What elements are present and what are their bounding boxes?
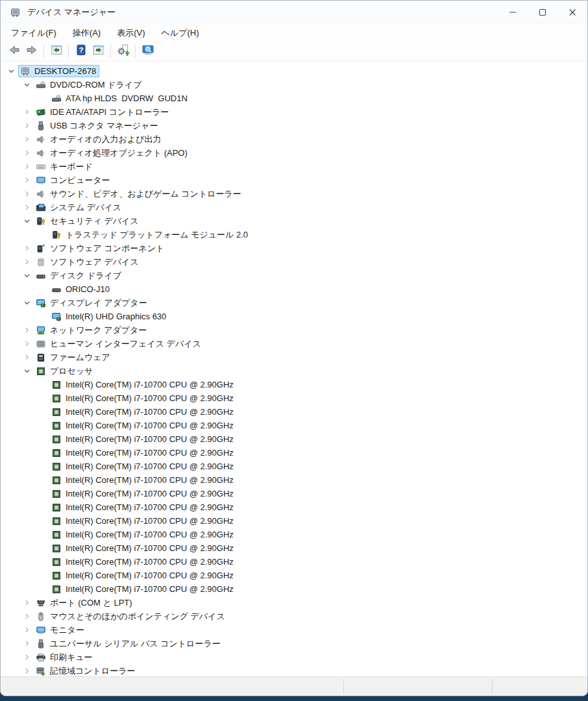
tree-row[interactable]: オーディオ処理オブジェクト (APO) bbox=[1, 146, 587, 160]
tree-row[interactable]: Intel(R) Core(TM) i7-10700 CPU @ 2.90GHz bbox=[1, 419, 587, 432]
chevron-right-icon[interactable] bbox=[20, 134, 34, 145]
tree-row[interactable]: ORICO-J10 bbox=[1, 282, 587, 296]
tree-node[interactable]: トラステッド プラットフォーム モジュール 2.0 bbox=[49, 228, 251, 241]
tree-row[interactable]: ユニバーサル シリアル バス コントローラー bbox=[1, 637, 587, 650]
scan-hardware-changes-button[interactable] bbox=[114, 43, 132, 60]
tree-node[interactable]: マウスとそのほかのポインティング デバイス bbox=[34, 610, 228, 622]
chevron-right-icon[interactable] bbox=[20, 257, 34, 267]
chevron-down-icon[interactable] bbox=[20, 271, 34, 281]
chevron-right-icon[interactable] bbox=[20, 598, 34, 608]
chevron-right-icon[interactable] bbox=[20, 162, 34, 172]
menu-view[interactable]: 表示(V) bbox=[110, 25, 151, 42]
chevron-right-icon[interactable] bbox=[20, 339, 34, 349]
back-button[interactable] bbox=[5, 43, 23, 60]
tree-node[interactable]: ネットワーク アダプター bbox=[34, 324, 150, 336]
chevron-right-icon[interactable] bbox=[20, 666, 34, 676]
tree-node[interactable]: Intel(R) Core(TM) i7-10700 CPU @ 2.90GHz bbox=[49, 474, 237, 486]
tree-row[interactable]: トラステッド プラットフォーム モジュール 2.0 bbox=[1, 228, 587, 241]
close-button[interactable] bbox=[557, 1, 587, 24]
tree-row[interactable]: DVD/CD-ROM ドライブ bbox=[1, 78, 587, 92]
chevron-right-icon[interactable] bbox=[20, 325, 34, 336]
tree-row[interactable]: ディスプレイ アダプター bbox=[1, 296, 587, 310]
tree-node[interactable]: 印刷キュー bbox=[34, 651, 96, 663]
tree-row[interactable]: Intel(R) UHD Graphics 630 bbox=[1, 310, 587, 323]
tree-row[interactable]: システム デバイス bbox=[1, 201, 587, 214]
tree-node[interactable]: IDE ATA/ATAPI コントローラー bbox=[34, 106, 172, 118]
show-console-tree-button[interactable] bbox=[47, 43, 65, 60]
tree-row[interactable]: Intel(R) Core(TM) i7-10700 CPU @ 2.90GHz bbox=[1, 487, 587, 500]
forward-button[interactable] bbox=[23, 43, 40, 60]
tree-row[interactable]: Intel(R) Core(TM) i7-10700 CPU @ 2.90GHz bbox=[1, 432, 587, 446]
tree-row[interactable]: Intel(R) Core(TM) i7-10700 CPU @ 2.90GHz bbox=[1, 473, 587, 487]
tree-node[interactable]: Intel(R) Core(TM) i7-10700 CPU @ 2.90GHz bbox=[49, 419, 237, 432]
chevron-right-icon[interactable] bbox=[20, 175, 34, 186]
selected-tree-node[interactable]: DESKTOP-2678 bbox=[18, 65, 99, 77]
tree-node[interactable]: Intel(R) Core(TM) i7-10700 CPU @ 2.90GHz bbox=[49, 556, 237, 568]
chevron-down-icon[interactable] bbox=[20, 80, 34, 90]
tree-node[interactable]: Intel(R) Core(TM) i7-10700 CPU @ 2.90GHz bbox=[49, 569, 237, 582]
tree-row[interactable]: ソフトウェア コンポーネント bbox=[1, 241, 587, 255]
tree-node[interactable]: ポート (COM と LPT) bbox=[34, 596, 136, 609]
menu-help[interactable]: ヘルプ(H) bbox=[155, 25, 206, 42]
tree-node[interactable]: ユニバーサル シリアル バス コントローラー bbox=[34, 637, 224, 650]
tree-node[interactable]: ソフトウェア コンポーネント bbox=[34, 242, 167, 254]
tree-row[interactable]: Intel(R) Core(TM) i7-10700 CPU @ 2.90GHz bbox=[1, 500, 587, 514]
help-button[interactable]: ? bbox=[72, 43, 90, 60]
tree-row[interactable]: DESKTOP-2678 bbox=[1, 64, 587, 78]
tree-row[interactable]: ファームウェア bbox=[1, 350, 587, 364]
tree-node[interactable]: Intel(R) Core(TM) i7-10700 CPU @ 2.90GHz bbox=[49, 515, 237, 527]
remote-computer-button[interactable] bbox=[139, 43, 156, 60]
chevron-right-icon[interactable] bbox=[20, 189, 34, 199]
tree-node[interactable]: Intel(R) Core(TM) i7-10700 CPU @ 2.90GHz bbox=[49, 392, 237, 404]
tree-row[interactable]: IDE ATA/ATAPI コントローラー bbox=[1, 105, 587, 119]
tree-node[interactable]: 記憶域コントローラー bbox=[34, 665, 139, 676]
chevron-right-icon[interactable] bbox=[20, 652, 34, 663]
tree-node[interactable]: Intel(R) Core(TM) i7-10700 CPU @ 2.90GHz bbox=[49, 433, 237, 445]
tree-row[interactable]: Intel(R) Core(TM) i7-10700 CPU @ 2.90GHz bbox=[1, 446, 587, 460]
tree-node[interactable]: Intel(R) Core(TM) i7-10700 CPU @ 2.90GHz bbox=[49, 528, 237, 541]
tree-row[interactable]: 印刷キュー bbox=[1, 650, 587, 664]
tree-node[interactable]: Intel(R) Core(TM) i7-10700 CPU @ 2.90GHz bbox=[49, 501, 237, 513]
chevron-right-icon[interactable] bbox=[20, 107, 34, 117]
tree-row[interactable]: サウンド、ビデオ、およびゲーム コントローラー bbox=[1, 187, 587, 201]
tree-row[interactable]: モニター bbox=[1, 623, 587, 637]
chevron-right-icon[interactable] bbox=[20, 203, 34, 213]
tree-node[interactable]: サウンド、ビデオ、およびゲーム コントローラー bbox=[34, 188, 245, 200]
tree-node[interactable]: プロセッサ bbox=[34, 365, 97, 377]
tree-row[interactable]: Intel(R) Core(TM) i7-10700 CPU @ 2.90GHz bbox=[1, 541, 587, 555]
tree-row[interactable]: ヒューマン インターフェイス デバイス bbox=[1, 337, 587, 350]
tree-node[interactable]: セキュリティ デバイス bbox=[34, 215, 142, 227]
tree-node[interactable]: Intel(R) Core(TM) i7-10700 CPU @ 2.90GHz bbox=[49, 542, 237, 554]
chevron-down-icon[interactable] bbox=[20, 298, 34, 308]
tree-node[interactable]: Intel(R) Core(TM) i7-10700 CPU @ 2.90GHz bbox=[49, 378, 237, 391]
tree-node[interactable]: Intel(R) UHD Graphics 630 bbox=[49, 310, 169, 323]
tree-row[interactable]: ソフトウェア デバイス bbox=[1, 255, 587, 269]
chevron-right-icon[interactable] bbox=[20, 121, 34, 131]
chevron-right-icon[interactable] bbox=[20, 243, 34, 254]
minimize-button[interactable] bbox=[498, 1, 528, 24]
tree-node[interactable]: ディスク ドライブ bbox=[34, 269, 125, 282]
tree-node[interactable]: ヒューマン インターフェイス デバイス bbox=[34, 338, 204, 350]
tree-node[interactable]: Intel(R) Core(TM) i7-10700 CPU @ 2.90GHz bbox=[49, 406, 237, 418]
tree-row[interactable]: Intel(R) Core(TM) i7-10700 CPU @ 2.90GHz bbox=[1, 569, 587, 582]
tree-node[interactable]: コンピューター bbox=[34, 174, 114, 186]
tree-row[interactable]: Intel(R) Core(TM) i7-10700 CPU @ 2.90GHz bbox=[1, 405, 587, 419]
tree-row[interactable]: Intel(R) Core(TM) i7-10700 CPU @ 2.90GHz bbox=[1, 555, 587, 569]
tree-node[interactable]: システム デバイス bbox=[34, 201, 125, 214]
tree-row[interactable]: Intel(R) Core(TM) i7-10700 CPU @ 2.90GHz bbox=[1, 528, 587, 541]
tree-row[interactable]: Intel(R) Core(TM) i7-10700 CPU @ 2.90GHz bbox=[1, 582, 587, 596]
tree-row[interactable]: ポート (COM と LPT) bbox=[1, 596, 587, 609]
chevron-down-icon[interactable] bbox=[20, 216, 34, 227]
tree-row[interactable]: 記憶域コントローラー bbox=[1, 664, 587, 676]
tree-row[interactable]: Intel(R) Core(TM) i7-10700 CPU @ 2.90GHz bbox=[1, 391, 587, 405]
tree-node[interactable]: キーボード bbox=[34, 160, 96, 173]
chevron-right-icon[interactable] bbox=[20, 352, 34, 363]
chevron-right-icon[interactable] bbox=[20, 611, 34, 622]
menu-action[interactable]: 操作(A) bbox=[66, 25, 107, 42]
tree-node[interactable]: ATA hp HLDS DVDRW GUD1N bbox=[49, 92, 191, 105]
tree-node[interactable]: Intel(R) Core(TM) i7-10700 CPU @ 2.90GHz bbox=[49, 583, 237, 595]
tree-row[interactable]: ネットワーク アダプター bbox=[1, 323, 587, 337]
maximize-button[interactable] bbox=[528, 1, 557, 24]
tree-node[interactable]: USB コネクタ マネージャー bbox=[34, 119, 161, 132]
chevron-right-icon[interactable] bbox=[20, 639, 34, 649]
